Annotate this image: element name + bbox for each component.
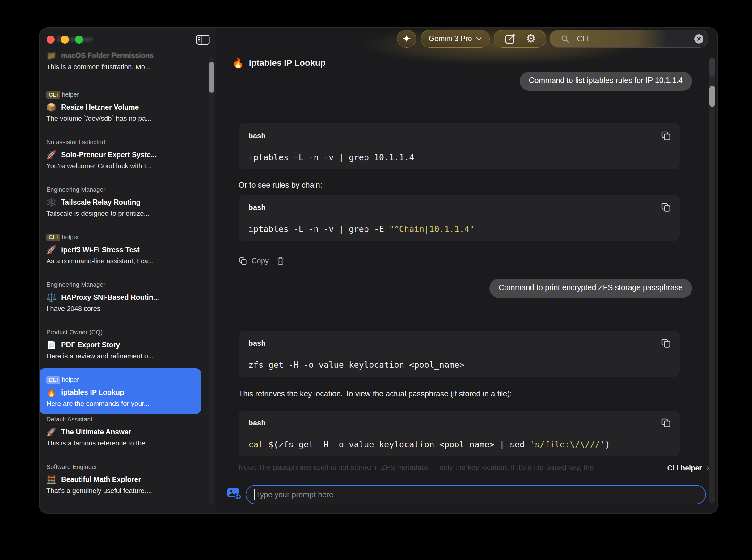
prompt-placeholder: Type your prompt here [256, 490, 334, 499]
traffic-lights [47, 36, 96, 43]
conversation-assistant-tag: Engineering Manager [46, 281, 194, 289]
text-caret [254, 489, 255, 500]
conversation-item[interactable]: 📁macOS Folder PermissionsThis is a commo… [46, 51, 194, 72]
trash-icon[interactable] [276, 257, 285, 265]
conversation-item[interactable]: CLI helper📦Resize Hetzner VolumeThe volu… [46, 91, 194, 124]
conversation-title: 🕸️Tailscale Relay Routing [46, 197, 194, 207]
conversation-title-text: Solo-Preneur Expert Syste... [61, 151, 157, 159]
conversation-assistant-tag: Product Owner (CQ) [46, 329, 194, 337]
conversation-title: 🚀Solo-Preneur Expert Syste... [46, 150, 194, 160]
conversation-assistant-tag: CLI helper [46, 234, 194, 242]
assistant-tag-chip: CLI [46, 234, 60, 241]
search-clear-button[interactable]: ✕ [694, 34, 703, 43]
conversation-emoji-icon: 🧮 [46, 475, 61, 484]
code-block-language-label: bash [248, 203, 670, 213]
screen-background: Developer 📁macOS Folder PermissionsThis … [0, 0, 752, 560]
code-block: bashiptables -L -n -v | grep 10.1.1.4 [238, 123, 680, 169]
conversation-preview: The volume `/dev/sdb` has no pa... [46, 115, 194, 124]
main-scrollbar-track[interactable] [709, 58, 715, 503]
main-scrollbar-thumb[interactable] [709, 86, 715, 107]
conversation-title-text: The Ultimate Answer [61, 428, 131, 436]
chat-title-text: iptables IP Lookup [249, 58, 325, 68]
conversation-item[interactable]: Product Owner (CQ)📄PDF Export StoryHere … [46, 329, 194, 361]
search-glow-overlay [549, 30, 708, 47]
assistant-tag-chip: CLI [46, 376, 60, 384]
copy-code-icon[interactable] [660, 417, 671, 428]
conversation-preview: Here is a review and refinement o... [46, 352, 194, 361]
conversation-preview: As a command-line assistant, I ca... [46, 257, 194, 266]
conversation-title: 📁macOS Folder Permissions [46, 51, 194, 60]
conversation-preview: Tailscale is designed to prioritize... [46, 209, 194, 219]
main-panel: 🔥 iptables IP Lookup ✦ Gemini 3 Pro [216, 28, 717, 513]
code-block-language-label: bash [248, 419, 670, 428]
close-window-button[interactable] [47, 36, 55, 43]
conversation-title-text: HAProxy SNI-Based Routin... [61, 293, 159, 302]
sidebar-scrollbar-thumb[interactable] [209, 62, 214, 93]
zoom-window-button[interactable] [75, 36, 83, 43]
code-block: bashcat $(zfs get -H -o value keylocatio… [238, 411, 680, 456]
conversation-assistant-tag: CLI helper [46, 91, 194, 99]
conversation-emoji-icon: 📁 [46, 51, 61, 60]
user-message-bubble[interactable]: Command to print encrypted ZFS storage p… [489, 279, 692, 298]
compose-button[interactable] [504, 33, 516, 44]
conversation-preview: This is a famous reference to the... [46, 439, 194, 448]
conversation-assistant-tag: No assistant selected [46, 139, 194, 147]
message-actions-row: Copy [238, 256, 692, 266]
conversation-emoji-icon: 📄 [46, 340, 61, 350]
conversation-item[interactable]: Default Assistant🚀The Ultimate AnswerThi… [46, 416, 194, 448]
conversation-emoji-icon: 🚀 [46, 150, 61, 160]
conversation-title: ⚖️HAProxy SNI-Based Routin... [46, 292, 194, 302]
prompt-input[interactable]: Type your prompt here [246, 485, 706, 504]
conversation-emoji-icon: 🔥 [46, 388, 61, 397]
copy-code-icon[interactable] [660, 130, 671, 141]
conversation-title-text: iptables IP Lookup [61, 388, 124, 397]
conversation-item[interactable]: CLI helper🚀iperf3 Wi-Fi Stress TestAs a … [46, 234, 194, 266]
code-block-content: zfs get -H -o value keylocation <pool_na… [248, 360, 670, 369]
code-block-content: iptables -L -n -v | grep 10.1.1.4 [248, 153, 670, 162]
chat-transcript: Command to list iptables rules for IP 10… [238, 28, 692, 456]
copy-code-icon[interactable] [660, 202, 671, 213]
conversation-item[interactable]: Engineering Manager⚖️HAProxy SNI-Based R… [46, 281, 194, 314]
conversation-assistant-tag: Default Assistant [46, 416, 194, 424]
conversation-emoji-icon: 🚀 [46, 245, 61, 255]
copy-button-label[interactable]: Copy [251, 257, 269, 265]
conversation-title-text: Tailscale Relay Routing [61, 198, 140, 206]
chevron-down-icon [476, 36, 482, 41]
gear-icon[interactable]: ⚙ [526, 33, 536, 44]
conversation-title-text: Beautiful Math Explorer [61, 475, 141, 484]
minimize-window-button[interactable] [61, 36, 69, 43]
conversation-assistant-tag: CLI helper [46, 376, 194, 384]
assistant-message-text: This retrieves the key location. To view… [238, 388, 692, 399]
code-block-content: iptables -L -n -v | grep -E "^Chain|10.1… [248, 224, 670, 234]
conversation-item[interactable]: CLI helper🔥iptables IP LookupHere are th… [40, 368, 201, 414]
toggle-sidebar-icon[interactable] [196, 34, 210, 45]
conversation-list: 📁macOS Folder PermissionsThis is a commo… [46, 47, 194, 511]
search-input-value[interactable]: CLI [577, 34, 589, 43]
conversation-title-text: PDF Export Story [61, 341, 120, 349]
assistant-message-text: Or to see rules by chain: [238, 180, 692, 190]
toolbar-actions: ⚙ [494, 29, 546, 47]
search-icon [561, 35, 570, 44]
copy-code-icon[interactable] [660, 338, 671, 348]
conversation-item[interactable]: Engineering Manager🕸️Tailscale Relay Rou… [46, 186, 194, 219]
sparkle-icon: ✦ [402, 33, 411, 44]
assistant-switcher[interactable]: CLI helper › [667, 464, 709, 472]
conversation-item[interactable]: No assistant selected🚀Solo-Preneur Exper… [46, 139, 194, 171]
attach-image-button[interactable] [227, 486, 242, 500]
conversation-title: 🔥iptables IP Lookup [46, 387, 194, 397]
assistant-sparkle-button[interactable]: ✦ [397, 29, 416, 47]
conversation-title: 🧮Beautiful Math Explorer [46, 475, 194, 484]
conversation-assistant-tag: Software Engineer [46, 463, 194, 472]
sidebar-scrollbar-track[interactable] [209, 58, 214, 503]
search-field[interactable]: CLI ✕ [549, 29, 708, 47]
copy-icon[interactable] [238, 257, 247, 265]
model-selector[interactable]: Gemini 3 Pro [421, 29, 490, 47]
main-scrollbar-shadow [709, 58, 715, 77]
conversation-item[interactable]: Software Engineer🧮Beautiful Math Explore… [46, 463, 194, 496]
conversation-emoji-icon: 🕸️ [46, 198, 61, 207]
assistant-tag-chip: CLI [46, 91, 60, 99]
user-message-bubble[interactable]: Command to list iptables rules for IP 10… [520, 72, 692, 91]
conversation-title: 📄PDF Export Story [46, 340, 194, 350]
conversation-title-text: iperf3 Wi-Fi Stress Test [61, 246, 140, 254]
conversation-preview: That's a genuinely useful feature.... [46, 487, 194, 496]
